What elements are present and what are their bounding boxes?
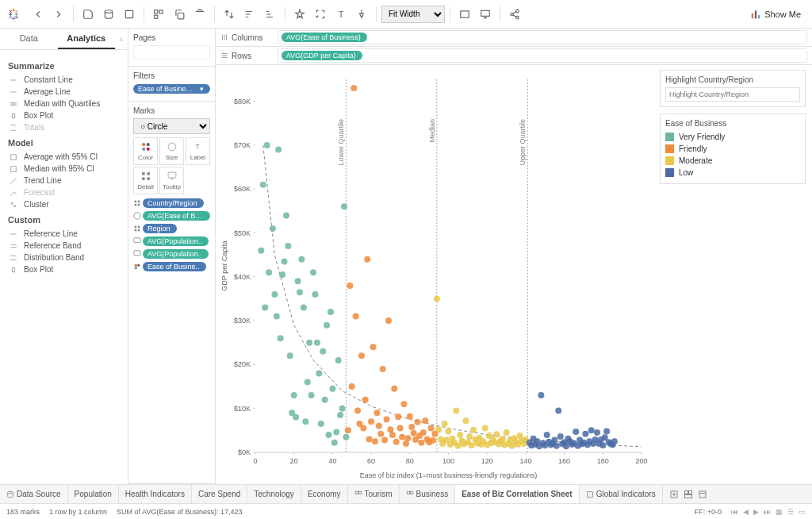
pin-button[interactable]	[352, 5, 371, 24]
text-button[interactable]: T	[331, 5, 350, 24]
fit-select[interactable]: Fit Width	[381, 6, 445, 23]
svg-rect-27	[135, 204, 137, 206]
svg-rect-24	[168, 172, 176, 178]
svg-rect-275	[587, 491, 592, 497]
mark-cell-tooltip[interactable]: Tooltip	[159, 167, 184, 194]
mark-pill[interactable]: AVG(Ease of Busi..	[143, 211, 210, 221]
nav-next-icon[interactable]: ▶	[753, 508, 759, 516]
sheet-tab[interactable]: Business	[400, 485, 456, 503]
toolbar: T Fit Width Show Me	[0, 0, 812, 29]
mark-pill[interactable]: Region	[143, 224, 177, 233]
analytics-item[interactable]: Box Plot	[8, 263, 120, 275]
presentation-button[interactable]	[476, 5, 495, 24]
svg-point-193	[466, 433, 473, 440]
chart-canvas[interactable]: $0K$10K$20K$30K$40K$50K$60K$70K$80K02040…	[216, 65, 653, 484]
filters-label: Filters	[133, 71, 210, 80]
mark-cell-detail[interactable]: Detail	[133, 167, 158, 194]
mark-type-select[interactable]: ○ Circle	[133, 118, 210, 134]
tab-analytics[interactable]: Analytics	[58, 29, 116, 49]
mark-pill[interactable]: Country/Region	[143, 198, 204, 208]
rows-pill[interactable]: AVG(GDP per Capita)	[282, 51, 362, 60]
highlight-input[interactable]	[665, 87, 800, 102]
show-me-button[interactable]: Show Me	[745, 7, 806, 21]
save-button[interactable]	[79, 5, 98, 24]
new-dashboard-icon[interactable]	[684, 490, 693, 499]
analytics-item[interactable]: Cluster	[8, 198, 120, 210]
new-data-button[interactable]	[99, 5, 118, 24]
legend-item[interactable]: Friendly	[665, 143, 800, 155]
analytics-section-summarize: Summarize	[8, 61, 120, 71]
highlight-button[interactable]	[290, 5, 309, 24]
svg-point-156	[395, 413, 401, 420]
nav-prev-icon[interactable]: ◀	[743, 508, 749, 516]
analytics-item[interactable]: Average with 95% CI	[8, 151, 120, 163]
sort-desc-button[interactable]	[261, 5, 280, 24]
group-button[interactable]	[311, 5, 330, 24]
analytics-item[interactable]: Average Line	[8, 86, 120, 98]
sheet-tab[interactable]: Economy	[301, 485, 348, 503]
sheet-tab[interactable]: Health Indicators	[119, 485, 192, 503]
mark-pill[interactable]: Ease of Busine..	[143, 262, 206, 271]
tab-data[interactable]: Data	[0, 29, 58, 49]
svg-point-15	[146, 143, 149, 146]
sort-asc-button[interactable]	[240, 5, 259, 24]
svg-rect-26	[138, 201, 140, 203]
filter-pill[interactable]: Ease of Business (cl..▾	[133, 84, 210, 94]
columns-pill[interactable]: AVG(Ease of Business)	[282, 33, 367, 42]
legend-item[interactable]: Moderate	[665, 155, 800, 167]
analytics-item[interactable]: Box Plot	[8, 110, 120, 121]
new-worksheet-icon[interactable]	[669, 490, 679, 499]
sheet-tab[interactable]: Tourism	[348, 485, 400, 503]
analytics-item[interactable]: Trend Line	[8, 175, 120, 186]
nav-last-icon[interactable]: ⏭	[764, 508, 771, 516]
mark-pill[interactable]: AVG(Population..	[143, 249, 209, 259]
analytics-item[interactable]: Reference Line	[8, 228, 120, 240]
back-button[interactable]	[29, 5, 48, 24]
nav-first-icon[interactable]: ⏮	[731, 508, 738, 516]
svg-rect-277	[684, 490, 688, 494]
svg-point-177	[435, 426, 442, 432]
columns-shelf[interactable]: Columns AVG(Ease of Business)	[216, 29, 812, 47]
new-story-icon[interactable]	[698, 490, 707, 499]
new-worksheet-button[interactable]	[149, 5, 168, 24]
svg-point-166	[415, 419, 421, 425]
svg-text:$70K: $70K	[234, 141, 251, 149]
highlighter-card: Highlight Country/Region	[660, 70, 806, 107]
view-tabs-icon[interactable]: ▦	[776, 508, 783, 516]
view-sheet-icon[interactable]: ▭	[799, 508, 806, 516]
legend-item[interactable]: Very Friendly	[665, 131, 800, 143]
mark-cell-label[interactable]: TLabel	[186, 137, 210, 165]
analytics-item[interactable]: Distribution Band	[8, 252, 120, 263]
swap-button[interactable]	[220, 5, 239, 24]
analytics-item[interactable]: Median with Quartiles	[8, 98, 120, 110]
svg-point-239	[557, 433, 564, 440]
legend-item[interactable]: Low	[665, 167, 800, 179]
sheet-tab[interactable]: Population	[68, 485, 119, 503]
collapse-sidebar-button[interactable]: ‹	[115, 29, 128, 49]
new-sheet-button[interactable]	[120, 5, 139, 24]
mark-pill[interactable]: AVG(Population..	[143, 236, 209, 246]
sheet-tab[interactable]: Global Indicators	[580, 485, 663, 503]
rows-shelf[interactable]: Rows AVG(GDP per Capita)	[216, 47, 812, 65]
clear-button[interactable]	[190, 5, 209, 24]
analytics-item[interactable]: Median with 95% CI	[8, 163, 120, 175]
pages-shelf[interactable]: Pages	[128, 29, 215, 67]
mark-cell-color[interactable]: Color	[133, 137, 158, 165]
filters-shelf[interactable]: Filters Ease of Business (cl..▾	[128, 67, 215, 102]
duplicate-button[interactable]	[170, 5, 189, 24]
forward-button[interactable]	[49, 5, 68, 24]
mark-cell-size[interactable]: Size	[159, 137, 184, 165]
svg-rect-278	[688, 490, 691, 494]
sheet-tab[interactable]: Technology	[247, 485, 301, 503]
svg-point-112	[310, 269, 316, 275]
share-button[interactable]	[505, 5, 524, 24]
show-cards-button[interactable]	[455, 5, 474, 24]
sheet-tab[interactable]: Care Spend	[192, 485, 247, 503]
sheet-tab[interactable]: Ease of Biz Correlation Sheet	[455, 485, 579, 503]
svg-point-118	[322, 397, 328, 403]
analytics-item[interactable]: Reference Band	[8, 240, 120, 252]
view-filmstrip-icon[interactable]: ☰	[787, 508, 794, 516]
data-source-tab[interactable]: Data Source	[0, 485, 68, 503]
svg-point-155	[393, 439, 400, 445]
analytics-item[interactable]: Constant Line	[8, 74, 120, 86]
